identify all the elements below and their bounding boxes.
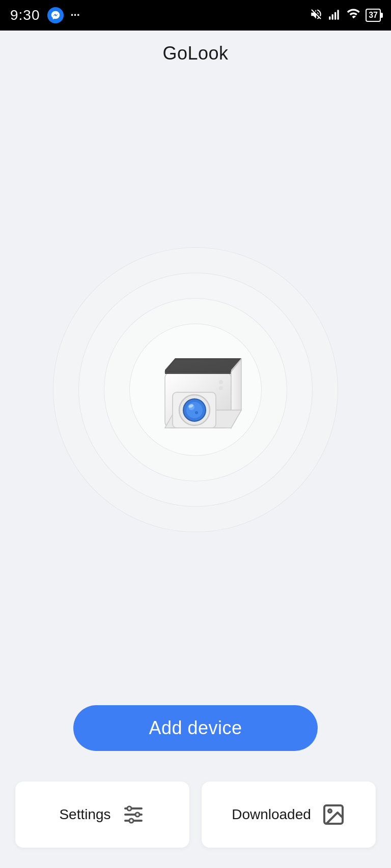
status-time: 9:30: [10, 7, 40, 23]
battery-level: 37: [369, 11, 378, 20]
add-device-button[interactable]: Add device: [73, 705, 318, 751]
device-image: [129, 329, 262, 451]
messenger-icon: [47, 7, 64, 23]
svg-rect-1: [332, 14, 333, 20]
svg-point-22: [127, 806, 131, 811]
svg-point-17: [219, 380, 223, 384]
downloaded-icon: [321, 802, 346, 827]
signal-icon: [328, 8, 341, 23]
settings-icon: [121, 802, 146, 827]
svg-marker-7: [165, 358, 241, 370]
downloaded-card[interactable]: Downloaded: [202, 782, 376, 848]
status-bar: 9:30 ···: [0, 0, 391, 31]
svg-rect-0: [329, 16, 330, 20]
settings-label: Settings: [59, 806, 110, 823]
more-icon: ···: [71, 9, 80, 22]
status-left: 9:30 ···: [10, 7, 80, 23]
bottom-cards: Settings Downloaded: [0, 782, 391, 848]
app-container: GoLook: [0, 31, 391, 868]
downloaded-label: Downloaded: [232, 806, 311, 823]
svg-point-13: [186, 402, 203, 418]
svg-point-26: [328, 809, 331, 813]
status-icons: 37: [310, 7, 381, 23]
app-title: GoLook: [162, 43, 228, 64]
svg-point-18: [219, 386, 223, 390]
settings-card[interactable]: Settings: [15, 782, 189, 848]
svg-point-15: [195, 411, 198, 414]
battery-icon: 37: [366, 9, 381, 22]
svg-point-24: [129, 819, 133, 823]
svg-rect-2: [334, 12, 336, 20]
wifi-icon: [346, 7, 360, 23]
svg-rect-3: [338, 10, 339, 20]
dashcam-svg: [134, 331, 257, 448]
svg-rect-6: [165, 370, 231, 374]
device-visual-area: [0, 74, 391, 705]
svg-point-23: [135, 813, 139, 817]
mute-icon: [310, 8, 323, 23]
